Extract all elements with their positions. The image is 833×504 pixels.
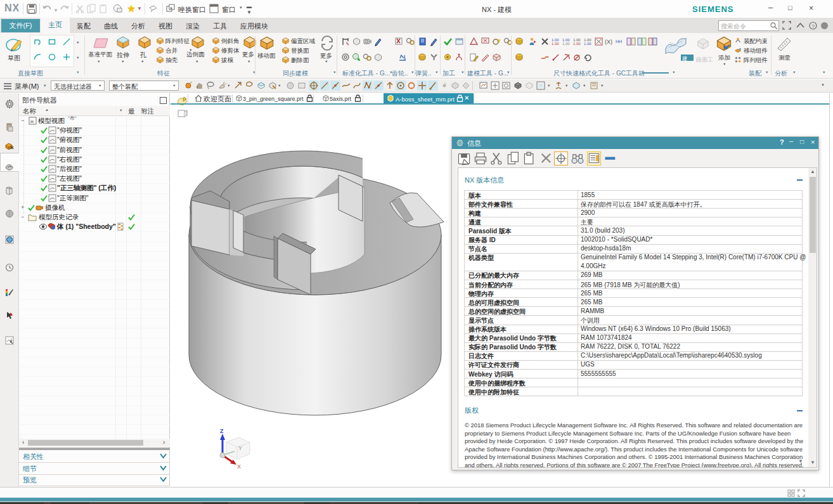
svg-text:X: X (237, 463, 241, 468)
svg-text:?: ? (812, 23, 815, 29)
svg-text:1.00: 1.00 (573, 42, 581, 46)
svg-text:Y: Y (238, 445, 242, 451)
svg-text:1.00: 1.00 (584, 42, 591, 46)
svg-text:(X): (X) (605, 39, 612, 45)
svg-text:Z: Z (220, 428, 224, 434)
svg-text:HH: HH (616, 39, 622, 44)
svg-text:1.00: 1.00 (552, 42, 559, 46)
svg-text:1.00: 1.00 (562, 42, 570, 46)
